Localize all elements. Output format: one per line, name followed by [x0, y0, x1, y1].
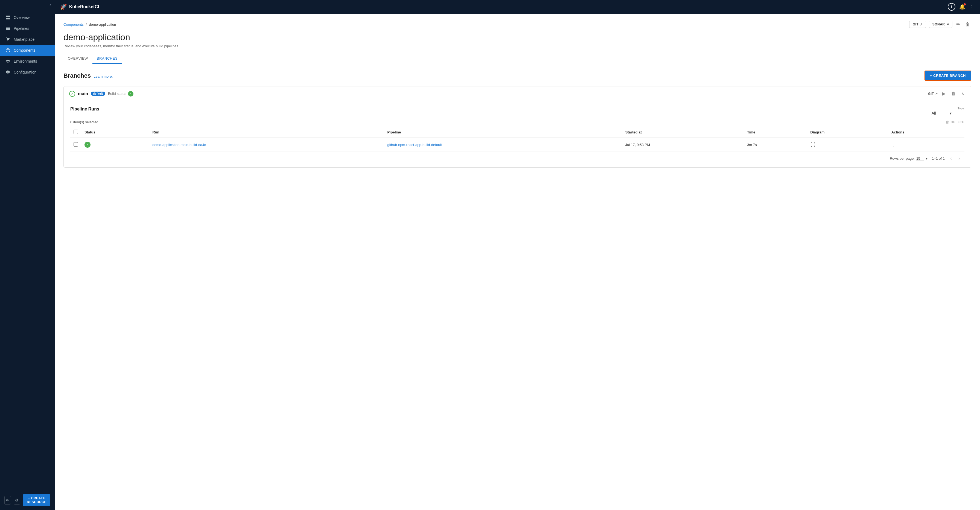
- page-title: demo-application: [64, 32, 971, 42]
- box-icon: [5, 48, 10, 53]
- svg-rect-3: [8, 18, 10, 19]
- info-icon: i: [951, 5, 952, 9]
- table-header-checkbox: [70, 127, 81, 138]
- row-diagram-cell: ⛶: [807, 138, 888, 152]
- edit-button[interactable]: ✏: [955, 20, 961, 29]
- settings-gear-icon: ⚙: [15, 498, 19, 502]
- pencil-icon: ✏: [6, 498, 9, 502]
- sidebar-item-configuration[interactable]: Configuration: [0, 67, 55, 78]
- col-actions: Actions: [888, 127, 964, 138]
- notification-button[interactable]: 🔔: [959, 4, 965, 10]
- gear-icon: [5, 70, 10, 75]
- settings-button[interactable]: ⚙: [14, 496, 20, 505]
- branch-delete-button[interactable]: 🗑: [950, 91, 957, 97]
- col-status: Status: [81, 127, 149, 138]
- info-button[interactable]: i: [948, 3, 955, 11]
- svg-rect-4: [6, 27, 10, 28]
- type-filter-label: Type: [958, 107, 964, 110]
- create-branch-button[interactable]: + CREATE BRANCH: [924, 70, 971, 81]
- items-selected-row: 0 item(s) selected 🗑 DELETE: [70, 120, 964, 124]
- delete-button-disabled: 🗑 DELETE: [946, 120, 964, 124]
- branch-header-left: ✓ main default Build status ✓: [69, 91, 928, 97]
- app-title: KubeRocketCI: [69, 4, 99, 9]
- branch-collapse-button[interactable]: ∧: [960, 91, 966, 97]
- row-status-cell: ✓: [81, 138, 149, 152]
- row-actions-cell: ⋮: [888, 138, 964, 152]
- build-status-check-icon: ✓: [128, 91, 134, 97]
- rows-per-page-arrow-icon: ▾: [926, 157, 928, 161]
- items-selected-label: 0 item(s) selected: [70, 120, 99, 124]
- git-link-button[interactable]: GIT ↗: [909, 21, 926, 28]
- breadcrumb-left: Components / demo-application: [64, 22, 116, 27]
- prev-page-button[interactable]: ‹: [949, 155, 953, 162]
- row-run-cell: demo-application-main-build-da4o: [149, 138, 384, 152]
- external-link-icon-2: ↗: [947, 23, 949, 26]
- tab-overview[interactable]: OVERVIEW: [64, 54, 92, 64]
- app-container: 🚀 KubeRocketCI i 🔔 ⋮ Components / demo-a…: [55, 0, 980, 510]
- rows-per-page-select[interactable]: 15 25 50: [916, 156, 924, 161]
- create-resource-button[interactable]: + CREATE RESOURCE: [23, 494, 50, 506]
- row-more-actions-button[interactable]: ⋮: [891, 142, 896, 148]
- branch-actions: GIT ↗ ▶ 🗑 ∧: [928, 90, 966, 97]
- edit-tool-button[interactable]: ✏: [5, 496, 11, 505]
- row-pipeline-cell: github-npm-react-app-build-default: [384, 138, 622, 152]
- branches-title: Branches: [64, 72, 91, 79]
- sidebar-item-pipelines[interactable]: Pipelines: [0, 23, 55, 34]
- svg-rect-5: [6, 28, 10, 29]
- diagram-icon[interactable]: ⛶: [810, 142, 815, 147]
- sidebar-item-marketplace[interactable]: Marketplace: [0, 34, 55, 45]
- sonar-link-button[interactable]: SONAR ↗: [929, 21, 952, 28]
- breadcrumb-separator: /: [86, 22, 87, 27]
- col-diagram: Diagram: [807, 127, 888, 138]
- type-filter: Type All Build Deploy Review ▾: [932, 107, 964, 116]
- select-all-checkbox[interactable]: [73, 130, 78, 134]
- type-select[interactable]: All Build Deploy Review: [932, 111, 950, 115]
- external-link-icon: ↗: [920, 23, 923, 26]
- tab-branches[interactable]: BRANCHES: [92, 54, 122, 64]
- sidebar-item-environments[interactable]: Environments: [0, 56, 55, 67]
- branch-default-badge: default: [91, 92, 105, 96]
- notification-dot: [964, 3, 966, 5]
- delete-button[interactable]: 🗑: [964, 21, 971, 29]
- sidebar-nav: Overview Pipelines Marketplace Component…: [0, 10, 55, 490]
- run-link[interactable]: demo-application-main-build-da4o: [152, 143, 206, 147]
- header-actions: i 🔔 ⋮: [948, 3, 975, 11]
- layers-icon: [5, 59, 10, 64]
- breadcrumb-actions: GIT ↗ SONAR ↗ ✏ 🗑: [909, 20, 971, 29]
- branch-name: main: [78, 91, 88, 96]
- breadcrumb-current: demo-application: [89, 22, 116, 27]
- trash-icon: 🗑: [965, 22, 970, 27]
- row-checkbox[interactable]: [73, 142, 78, 147]
- pipeline-link[interactable]: github-npm-react-app-build-default: [387, 143, 442, 147]
- chevron-left-icon: ‹: [950, 156, 952, 161]
- col-time: Time: [744, 127, 807, 138]
- more-horiz-icon: ⋮: [891, 142, 896, 147]
- next-page-button[interactable]: ›: [957, 155, 961, 162]
- breadcrumb-components-link[interactable]: Components: [64, 22, 84, 27]
- trash-icon-disabled: 🗑: [946, 120, 950, 124]
- select-chevron-icon: ▾: [950, 111, 951, 115]
- sidebar-item-overview[interactable]: Overview: [0, 12, 55, 23]
- pipeline-runs-header: Pipeline Runs Type All Build Deploy Revi…: [70, 107, 964, 116]
- breadcrumb: Components / demo-application GIT ↗ SONA…: [64, 20, 971, 29]
- pipeline-runs-title: Pipeline Runs: [70, 107, 99, 112]
- branch-run-button[interactable]: ▶: [941, 90, 947, 97]
- cart-icon: [5, 37, 10, 42]
- sidebar-item-components[interactable]: Components: [0, 45, 55, 56]
- chevron-right-icon: ›: [958, 156, 960, 161]
- pipelines-icon: [5, 26, 10, 31]
- row-checkbox-cell: [70, 138, 81, 152]
- sidebar-toggle[interactable]: ‹: [0, 0, 55, 10]
- page-subtitle: Review your codebases, monitor their sta…: [64, 44, 971, 48]
- pipeline-table: Status Run Pipeline Started at Time Diag…: [70, 127, 964, 152]
- more-menu-button[interactable]: ⋮: [969, 3, 975, 10]
- branches-section-header: Branches Learn more. + CREATE BRANCH: [64, 70, 971, 81]
- type-select-wrapper: All Build Deploy Review ▾: [932, 111, 964, 116]
- learn-more-link[interactable]: Learn more.: [94, 74, 113, 78]
- section-title-group: Branches Learn more.: [64, 72, 113, 79]
- col-started: Started at: [622, 127, 744, 138]
- branch-git-link[interactable]: GIT ↗: [928, 92, 938, 96]
- rows-per-page: Rows per page: 15 25 50 ▾: [890, 156, 928, 161]
- svg-point-9: [7, 72, 8, 73]
- branch-status-icon: ✓: [69, 91, 75, 97]
